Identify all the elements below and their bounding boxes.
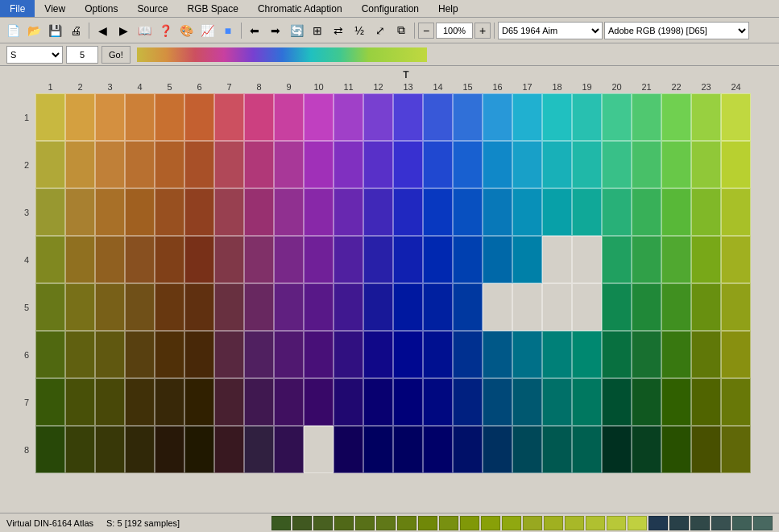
status-swatch-6[interactable] bbox=[397, 516, 416, 530]
status-swatch-8[interactable] bbox=[439, 516, 458, 530]
zoom-in-button[interactable]: + bbox=[474, 23, 491, 39]
right-arrow-button[interactable]: ➡ bbox=[266, 21, 285, 40]
axis-select[interactable]: S bbox=[6, 46, 63, 64]
zoom-input[interactable]: 100% bbox=[436, 23, 473, 39]
color-cell-3-12[interactable] bbox=[363, 188, 393, 236]
color-cell-6-23[interactable] bbox=[691, 331, 721, 378]
color-cell-1-2[interactable] bbox=[65, 93, 95, 141]
color-cell-8-17[interactable] bbox=[512, 426, 542, 473]
resize-button[interactable]: ⤢ bbox=[371, 21, 390, 40]
color-cell-3-20[interactable] bbox=[602, 188, 632, 236]
color-cell-6-18[interactable] bbox=[542, 331, 572, 378]
color-cell-3-23[interactable] bbox=[691, 188, 721, 236]
color-cell-2-16[interactable] bbox=[483, 141, 512, 188]
book-button[interactable]: 📖 bbox=[135, 21, 154, 40]
color-cell-4-11[interactable] bbox=[334, 236, 363, 283]
color-cell-1-1[interactable] bbox=[35, 93, 65, 141]
color-cell-2-18[interactable] bbox=[542, 141, 572, 188]
color-cell-6-9[interactable] bbox=[274, 331, 304, 378]
color-cell-7-21[interactable] bbox=[632, 378, 661, 426]
color-cell-5-7[interactable] bbox=[214, 283, 244, 331]
color-cell-3-10[interactable] bbox=[304, 188, 334, 236]
go-button[interactable]: Go! bbox=[102, 46, 131, 64]
color-cell-2-20[interactable] bbox=[602, 141, 632, 188]
color-cell-1-24[interactable] bbox=[721, 93, 751, 141]
color-cell-3-16[interactable] bbox=[483, 188, 512, 236]
status-swatch-11[interactable] bbox=[502, 516, 521, 530]
color-cell-5-4[interactable] bbox=[125, 283, 155, 331]
color-cell-5-13[interactable] bbox=[393, 283, 423, 331]
color-cell-5-8[interactable] bbox=[244, 283, 274, 331]
status-swatch-1[interactable] bbox=[292, 516, 312, 530]
color-cell-5-9[interactable] bbox=[274, 283, 304, 331]
color-cell-2-24[interactable] bbox=[721, 141, 751, 188]
color-cell-6-11[interactable] bbox=[334, 331, 363, 378]
color-cell-8-23[interactable] bbox=[691, 426, 721, 473]
color-cell-2-22[interactable] bbox=[661, 141, 691, 188]
color-cell-7-22[interactable] bbox=[661, 378, 691, 426]
color-cell-3-6[interactable] bbox=[184, 188, 214, 236]
color-cell-5-10[interactable] bbox=[304, 283, 334, 331]
color-cell-7-23[interactable] bbox=[691, 378, 721, 426]
color-cell-7-5[interactable] bbox=[155, 378, 184, 426]
refresh-button[interactable]: 🔄 bbox=[287, 21, 306, 40]
color-cell-2-8[interactable] bbox=[244, 141, 274, 188]
color-cell-5-2[interactable] bbox=[65, 283, 95, 331]
help-button[interactable]: ❓ bbox=[155, 21, 175, 40]
color-cell-8-24[interactable] bbox=[721, 426, 751, 473]
color-cell-8-6[interactable] bbox=[184, 426, 214, 473]
color-cell-5-16[interactable] bbox=[483, 283, 512, 331]
color-cell-7-24[interactable] bbox=[721, 378, 751, 426]
color-cell-6-6[interactable] bbox=[184, 331, 214, 378]
zoom-out-button[interactable]: − bbox=[418, 23, 434, 39]
status-swatch-18[interactable] bbox=[648, 516, 668, 530]
status-swatch-22[interactable] bbox=[732, 516, 752, 530]
color-cell-3-19[interactable] bbox=[572, 188, 602, 236]
status-swatch-17[interactable] bbox=[628, 516, 647, 530]
color-cell-2-9[interactable] bbox=[274, 141, 304, 188]
color-cell-1-17[interactable] bbox=[512, 93, 542, 141]
color-cell-8-14[interactable] bbox=[423, 426, 453, 473]
color-cell-8-9[interactable] bbox=[274, 426, 304, 473]
color-cell-7-20[interactable] bbox=[602, 378, 632, 426]
half-button[interactable]: ½ bbox=[350, 21, 369, 40]
color-cell-8-12[interactable] bbox=[363, 426, 393, 473]
color-cell-8-19[interactable] bbox=[572, 426, 602, 473]
color-cell-4-13[interactable] bbox=[393, 236, 423, 283]
color-cell-6-10[interactable] bbox=[304, 331, 334, 378]
color-cell-3-1[interactable] bbox=[35, 188, 65, 236]
color-cell-3-14[interactable] bbox=[423, 188, 453, 236]
color-cell-7-17[interactable] bbox=[512, 378, 542, 426]
menu-help[interactable]: Help bbox=[429, 0, 468, 17]
color-cell-3-24[interactable] bbox=[721, 188, 751, 236]
color-cell-4-4[interactable] bbox=[125, 236, 155, 283]
color-cell-8-7[interactable] bbox=[214, 426, 244, 473]
color-cell-7-14[interactable] bbox=[423, 378, 453, 426]
color-cell-8-10[interactable] bbox=[304, 426, 334, 473]
color-cell-6-7[interactable] bbox=[214, 331, 244, 378]
color-cell-5-22[interactable] bbox=[661, 283, 691, 331]
status-swatch-21[interactable] bbox=[711, 516, 731, 530]
color-cell-4-14[interactable] bbox=[423, 236, 453, 283]
status-swatch-10[interactable] bbox=[481, 516, 500, 530]
color-cell-3-3[interactable] bbox=[95, 188, 125, 236]
color-cell-2-19[interactable] bbox=[572, 141, 602, 188]
menu-rgb-space[interactable]: RGB Space bbox=[178, 0, 248, 17]
color-cell-5-17[interactable] bbox=[512, 283, 542, 331]
color-cell-8-21[interactable] bbox=[632, 426, 661, 473]
color-cell-6-2[interactable] bbox=[65, 331, 95, 378]
color-cell-3-18[interactable] bbox=[542, 188, 572, 236]
menu-source[interactable]: Source bbox=[128, 0, 178, 17]
color-cell-1-13[interactable] bbox=[393, 93, 423, 141]
color-cell-8-16[interactable] bbox=[483, 426, 512, 473]
color-cell-6-15[interactable] bbox=[453, 331, 483, 378]
grid-button[interactable]: ⊞ bbox=[308, 21, 327, 40]
color-cell-2-4[interactable] bbox=[125, 141, 155, 188]
color-cell-1-11[interactable] bbox=[334, 93, 363, 141]
new-button[interactable]: 📄 bbox=[3, 21, 23, 40]
color-cell-4-21[interactable] bbox=[632, 236, 661, 283]
status-swatch-4[interactable] bbox=[355, 516, 375, 530]
color-cell-4-17[interactable] bbox=[512, 236, 542, 283]
color-cell-2-2[interactable] bbox=[65, 141, 95, 188]
color-cell-8-13[interactable] bbox=[393, 426, 423, 473]
